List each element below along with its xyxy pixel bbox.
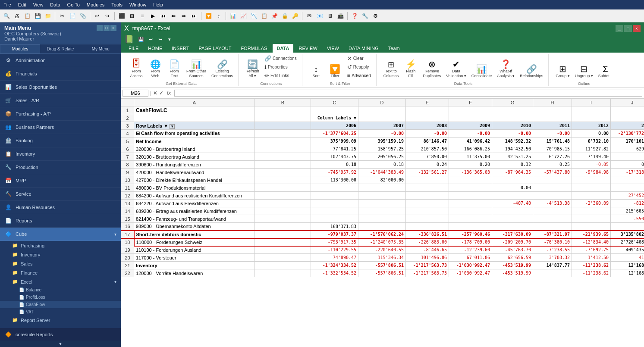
menu-view[interactable]: View [33, 2, 44, 7]
btn-sort-az[interactable]: ↕ Sort [308, 64, 325, 80]
btn-advanced[interactable]: ≡ Advanced [346, 72, 373, 80]
table-cell[interactable] [406, 114, 449, 122]
table-cell[interactable] [358, 184, 406, 192]
table-cell[interactable] [134, 114, 255, 122]
sidebar-item-inventory[interactable]: 📋 Inventory [0, 147, 121, 161]
menu-goto[interactable]: Go To [67, 2, 80, 7]
table-cell[interactable] [406, 184, 449, 192]
table-cell[interactable]: 390600 - Rundungsdifferenzen [134, 161, 255, 169]
toolbar-btn-9[interactable]: ↩ [92, 11, 102, 21]
qa-redo-btn[interactable]: ↪ [156, 35, 164, 43]
table-cell[interactable] [572, 223, 611, 231]
table-cell[interactable]: -12'834.40 [572, 238, 611, 246]
btn-consolidate[interactable]: 📊 Consolidate [470, 63, 494, 80]
table-cell[interactable]: 0.18 [358, 161, 406, 169]
table-cell[interactable]: -1'412.50 [572, 254, 611, 262]
sidebar-cube-report-server[interactable]: 📁 Report Server [0, 316, 121, 325]
formula-input[interactable] [174, 90, 642, 97]
table-cell[interactable]: 684220 - Aufwand aus Preisdifferenzen [134, 200, 255, 207]
table-cell[interactable] [255, 269, 311, 277]
table-cell[interactable]: 2006 [311, 122, 358, 130]
table-cell[interactable]: 3'135'802.60 [611, 231, 644, 238]
btn-subtotal[interactable]: Σ Subtot... [597, 63, 615, 80]
table-cell[interactable] [255, 122, 311, 130]
btn-existing-connections[interactable]: 🔗 Existing Connections [210, 59, 235, 80]
table-cell[interactable] [311, 184, 358, 192]
btn-what-if[interactable]: ❓ What-If Analysis ▾ [495, 59, 516, 80]
table-cell[interactable]: -793'917.35 [311, 238, 358, 246]
toolbar-btn-17[interactable]: ➡ [179, 11, 188, 21]
col-header-i[interactable]: I [572, 99, 611, 106]
table-cell[interactable]: CashFlowLC [134, 106, 255, 114]
table-cell[interactable] [406, 207, 449, 215]
table-cell[interactable]: 0.20 [449, 161, 492, 169]
tab-modules[interactable]: Modules [0, 44, 40, 53]
table-cell[interactable] [611, 114, 644, 122]
table-cell[interactable] [533, 207, 572, 215]
sidebar-item-production[interactable]: 🔧 Production [0, 161, 121, 174]
table-cell[interactable] [533, 106, 572, 114]
btn-filter[interactable]: 🔽 Filter [327, 63, 344, 80]
col-header-c[interactable]: C [311, 99, 358, 106]
table-cell[interactable]: -136'365.03 [449, 169, 492, 176]
sidebar-item-business-partners[interactable]: 👥 Business Partners [0, 121, 121, 134]
sidebar-cube-inventory[interactable]: 📁 Inventory [0, 250, 121, 259]
table-cell[interactable]: -209'209.70 [492, 238, 533, 246]
table-cell[interactable]: -226'883.00 [406, 238, 449, 246]
sidebar-cube-profitloss[interactable]: 📄 ProfitLoss [0, 294, 121, 301]
table-cell[interactable]: 375'999.09 [311, 138, 358, 145]
table-cell[interactable] [572, 207, 611, 215]
toolbar-btn-4[interactable]: 💾 [33, 11, 42, 21]
table-cell[interactable]: -57'437.80 [533, 169, 572, 176]
btn-flash-fill[interactable]: ⚡ Flash Fill [402, 59, 419, 80]
tab-view[interactable]: VIEW [323, 44, 343, 53]
btn-reapply[interactable]: ↺ Reapply [346, 63, 373, 71]
col-header-a[interactable]: A [134, 99, 255, 106]
table-cell[interactable]: -41.80 [611, 254, 644, 262]
table-cell[interactable]: -1'217'563.73 [406, 262, 449, 269]
table-cell[interactable] [358, 223, 406, 231]
table-cell[interactable] [611, 106, 644, 114]
table-cell[interactable] [533, 215, 572, 223]
table-cell[interactable] [572, 184, 611, 192]
tab-formulas[interactable]: FORMULAS [236, 44, 271, 53]
table-cell[interactable] [533, 269, 572, 277]
table-cell[interactable] [449, 207, 492, 215]
table-cell[interactable]: 0.25 [533, 161, 572, 169]
table-cell[interactable]: -317'630.09 [492, 231, 533, 238]
table-cell[interactable] [255, 114, 311, 122]
table-cell[interactable] [311, 215, 358, 223]
table-cell[interactable]: -178'709.00 [449, 238, 492, 246]
menu-window[interactable]: Window [129, 2, 146, 7]
table-cell[interactable] [533, 114, 572, 122]
btn-properties[interactable]: ℹ Properties [263, 63, 298, 71]
table-cell[interactable]: -62'656.59 [492, 254, 533, 262]
table-cell[interactable] [449, 106, 492, 114]
menu-data[interactable]: Data [50, 2, 60, 7]
table-cell[interactable]: -1'377'604.25 [311, 130, 358, 138]
table-cell[interactable]: -1'324'334.52 [311, 262, 358, 269]
btn-from-other-sources[interactable]: 📊 From Other Sources [185, 59, 208, 80]
table-cell[interactable] [311, 200, 358, 207]
table-cell[interactable] [358, 207, 406, 215]
table-cell[interactable] [255, 176, 311, 184]
table-cell[interactable]: 148'592.32 [492, 138, 533, 145]
toolbar-btn-24[interactable]: 🔒 [280, 11, 289, 21]
table-cell[interactable] [255, 153, 311, 161]
table-cell[interactable] [255, 169, 311, 176]
sidebar-item-administration[interactable]: ⚙ Administration [0, 54, 121, 67]
table-cell[interactable]: -87'321.97 [533, 231, 572, 238]
table-cell[interactable]: 15'761.48 [533, 138, 572, 145]
table-cell[interactable]: -4'513.38 [533, 200, 572, 207]
table-cell[interactable]: -812.40 [611, 200, 644, 207]
table-cell[interactable]: 2008 [406, 122, 449, 130]
toolbar-btn-filter[interactable]: 🔽 [204, 11, 213, 21]
col-header-h[interactable]: H [533, 99, 572, 106]
tab-review[interactable]: REVIEW [294, 44, 321, 53]
table-cell[interactable]: 0.00 [572, 130, 611, 138]
table-cell[interactable]: -1'030'992.47 [449, 262, 492, 269]
table-cell[interactable] [492, 223, 533, 231]
table-cell[interactable]: -0.00 [449, 130, 492, 138]
sidebar-item-cube[interactable]: 🔷 Cube ▾ [0, 228, 121, 241]
sidebar-cube-purchasing[interactable]: 📁 Purchasing [0, 241, 121, 250]
